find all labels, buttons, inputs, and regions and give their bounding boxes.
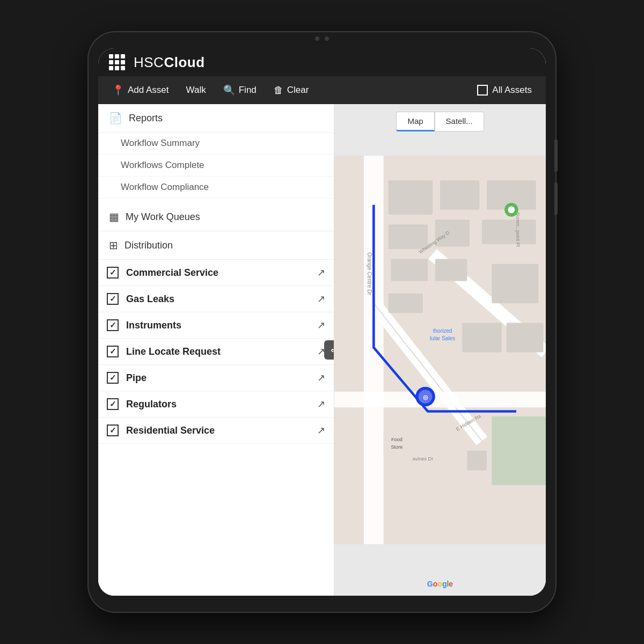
svg-rect-15: [492, 264, 538, 303]
distribution-icon: ⊞: [109, 239, 118, 252]
side-button-top[interactable]: [554, 140, 558, 172]
reports-header[interactable]: 📄 Reports: [109, 112, 323, 125]
svg-text:Food: Food: [391, 437, 402, 442]
distribution-label: Distribution: [125, 240, 173, 251]
svg-rect-12: [391, 259, 428, 281]
checklist-item-commercial-service[interactable]: Commercial Service ↗: [98, 260, 334, 286]
reports-icon: 📄: [109, 112, 122, 125]
top-bar: HSCCloud: [98, 48, 546, 76]
map-tab-satellite[interactable]: Satell...: [435, 112, 484, 131]
camera-dot: [315, 36, 319, 41]
checkbox-pipe[interactable]: [107, 372, 119, 384]
external-link-icon-instruments[interactable]: ↗: [317, 319, 325, 331]
svg-rect-11: [482, 219, 536, 244]
svg-text:Orange Centre Dr: Orange Centre Dr: [367, 252, 372, 296]
svg-text:avines Dr: avines Dr: [413, 456, 434, 462]
all-assets-checkbox[interactable]: [477, 85, 488, 96]
external-link-icon-regulators[interactable]: ↗: [317, 398, 325, 410]
all-assets-button[interactable]: All Assets: [469, 80, 540, 100]
side-button-bottom[interactable]: [554, 182, 558, 215]
find-button[interactable]: 🔍 Find: [215, 80, 265, 100]
svg-rect-13: [435, 259, 467, 281]
map-tab-map[interactable]: Map: [396, 112, 434, 131]
svg-rect-14: [389, 294, 423, 313]
my-work-queues-label: My Work Queues: [126, 211, 200, 223]
toggle-panel-button[interactable]: ⇔: [324, 340, 334, 360]
workflow-compliance-label: Workflow Compliance: [121, 182, 209, 192]
reports-section: 📄 Reports: [98, 104, 334, 133]
svg-rect-7: [440, 180, 479, 210]
google-logo: Google: [427, 580, 453, 588]
svg-rect-19: [467, 451, 487, 471]
camera-lens: [325, 36, 329, 41]
commercial-service-label: Commercial Service: [126, 267, 317, 279]
workflows-complete-item[interactable]: Workflows Complete: [98, 155, 334, 177]
map-area[interactable]: Orange Centre Dr Whistling Way D Summ...…: [334, 104, 546, 596]
svg-rect-16: [462, 323, 501, 353]
checklist: Commercial Service ↗ Gas Leaks ↗ Instrum…: [98, 260, 334, 444]
device-frame: HSCCloud 📍 Add Asset Walk 🔍 Find 🗑 Clear: [89, 32, 555, 612]
svg-text:Store: Store: [391, 444, 402, 450]
app-title: HSCCloud: [134, 54, 205, 71]
external-link-icon-residential[interactable]: ↗: [317, 425, 325, 436]
clear-label: Clear: [287, 85, 309, 96]
workflow-summary-item[interactable]: Workflow Summary: [98, 133, 334, 155]
svg-text:Summ...point Pl: Summ...point Pl: [515, 212, 521, 247]
my-work-queues-section: ▦ My Work Queues: [98, 203, 334, 231]
distribution-section: ⊞ Distribution: [98, 231, 334, 260]
external-link-icon-pipe[interactable]: ↗: [317, 372, 325, 384]
checkbox-regulators[interactable]: [107, 398, 119, 410]
svg-rect-10: [435, 219, 470, 246]
find-icon: 🔍: [223, 84, 235, 96]
map-tab-map-label: Map: [407, 116, 423, 126]
map-svg: Orange Centre Dr Whistling Way D Summ...…: [334, 104, 546, 596]
svg-text:lular Sales: lular Sales: [430, 335, 455, 341]
map-tabs: Map Satell...: [334, 112, 546, 131]
device-screen: HSCCloud 📍 Add Asset Walk 🔍 Find 🗑 Clear: [98, 48, 546, 596]
checkbox-instruments[interactable]: [107, 319, 119, 331]
gas-leaks-label: Gas Leaks: [126, 294, 317, 305]
reports-label: Reports: [129, 113, 163, 124]
pipe-label: Pipe: [126, 372, 317, 384]
walk-label: Walk: [186, 85, 206, 96]
walk-button[interactable]: Walk: [178, 80, 215, 100]
regulators-label: Regulators: [126, 399, 317, 410]
checklist-item-pipe[interactable]: Pipe ↗: [98, 365, 334, 391]
checklist-item-residential-service[interactable]: Residential Service ↗: [98, 418, 334, 444]
sidebar: 📄 Reports Workflow Summary Workflows Com…: [98, 104, 334, 596]
external-link-icon-gas[interactable]: ↗: [317, 293, 325, 305]
clear-button[interactable]: 🗑 Clear: [265, 80, 318, 100]
svg-text:◎: ◎: [423, 394, 428, 400]
svg-rect-4: [334, 392, 546, 407]
toolbar: 📍 Add Asset Walk 🔍 Find 🗑 Clear All Asse…: [98, 76, 546, 104]
find-label: Find: [239, 85, 257, 96]
svg-rect-30: [384, 431, 411, 456]
residential-service-label: Residential Service: [126, 425, 317, 436]
workflow-compliance-item[interactable]: Workflow Compliance: [98, 177, 334, 199]
checkbox-gas-leaks[interactable]: [107, 293, 119, 305]
checklist-item-gas-leaks[interactable]: Gas Leaks ↗: [98, 286, 334, 312]
add-asset-button[interactable]: 📍 Add Asset: [104, 80, 178, 100]
svg-rect-18: [492, 416, 546, 485]
svg-text:thorized: thorized: [433, 328, 452, 334]
work-queues-icon: ▦: [109, 210, 119, 223]
checklist-item-instruments[interactable]: Instruments ↗: [98, 312, 334, 339]
workflow-summary-label: Workflow Summary: [121, 138, 200, 148]
checklist-item-regulators[interactable]: Regulators ↗: [98, 391, 334, 418]
external-link-icon-commercial[interactable]: ↗: [317, 267, 325, 279]
workflows-complete-label: Workflows Complete: [121, 160, 204, 170]
my-work-queues-header[interactable]: ▦ My Work Queues: [109, 210, 323, 223]
apps-grid-icon[interactable]: [109, 54, 125, 70]
checkbox-commercial-service[interactable]: [107, 267, 119, 279]
svg-point-26: [508, 206, 515, 213]
line-locate-label: Line Locate Request: [126, 346, 317, 357]
add-asset-icon: 📍: [112, 84, 124, 96]
camera-notch: [315, 36, 329, 41]
add-asset-label: Add Asset: [128, 85, 169, 96]
svg-rect-17: [507, 323, 544, 353]
distribution-header[interactable]: ⊞ Distribution: [109, 239, 323, 252]
checkbox-line-locate[interactable]: [107, 346, 119, 357]
checkbox-residential-service[interactable]: [107, 425, 119, 436]
checklist-item-line-locate[interactable]: Line Locate Request ↗: [98, 339, 334, 365]
instruments-label: Instruments: [126, 320, 317, 331]
